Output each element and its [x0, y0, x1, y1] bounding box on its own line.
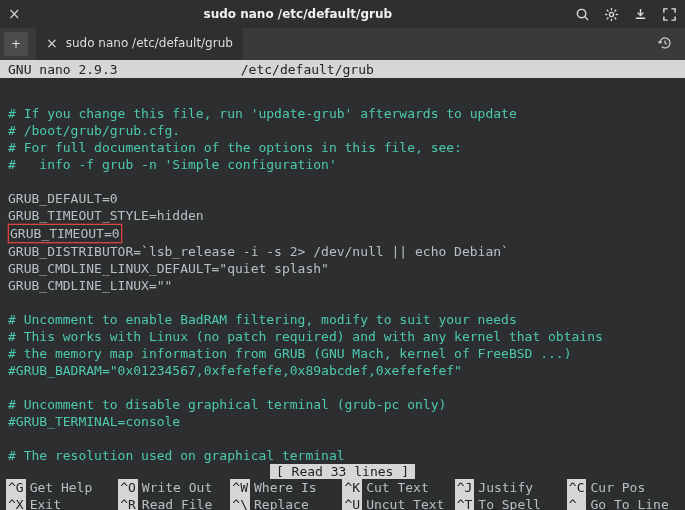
shortcut-write-out: ^OWrite Out [118, 479, 230, 496]
nano-filename: /etc/default/grub [241, 62, 374, 77]
shortcut-where-is: ^WWhere Is [230, 479, 342, 496]
config-line: GRUB_DEFAULT=0 [8, 191, 118, 206]
comment-line: #GRUB_BADRAM="0x01234567,0xfefefefe,0x89… [8, 363, 462, 378]
config-line: GRUB_DISTRIBUTOR=`lsb_release -i -s 2> /… [8, 244, 509, 259]
comment-line: # the memory map information from GRUB (… [8, 346, 572, 361]
comment-line: # Uncomment to enable BadRAM filtering, … [8, 312, 517, 327]
svg-line-7 [607, 9, 609, 11]
comment-line: # Uncomment to disable graphical termina… [8, 397, 446, 412]
shortcut-to-spell: ^TTo Spell [455, 496, 567, 510]
shortcut-justify: ^JJustify [455, 479, 567, 496]
tab-close-icon[interactable]: × [46, 35, 58, 51]
editor-content[interactable]: # If you change this file, run 'update-g… [0, 88, 685, 464]
svg-point-0 [577, 9, 585, 17]
svg-line-1 [585, 16, 588, 19]
comment-line: # If you change this file, run 'update-g… [8, 106, 517, 121]
editor[interactable]: GNU nano 2.9.3 /etc/default/grub # If yo… [0, 60, 685, 510]
shortcut-uncut-text: ^UUncut Text [342, 496, 454, 510]
history-icon[interactable] [657, 40, 673, 54]
nano-statusbar: [ Read 33 lines ] [0, 464, 685, 479]
shortcut-go-to-line: ^_Go To Line [567, 496, 679, 510]
shortcut-replace: ^\Replace [230, 496, 342, 510]
comment-line: #GRUB_TERMINAL=console [8, 414, 180, 429]
new-tab-button[interactable]: + [4, 32, 28, 56]
nano-shortcuts: ^GGet Help ^OWrite Out ^WWhere Is ^KCut … [0, 479, 685, 510]
shortcut-read-file: ^RRead File [118, 496, 230, 510]
search-icon[interactable] [575, 7, 590, 22]
config-line: GRUB_CMDLINE_LINUX="" [8, 278, 172, 293]
config-line: GRUB_CMDLINE_LINUX_DEFAULT="quiet splash… [8, 261, 329, 276]
tab-active[interactable]: × sudo nano /etc/default/grub [36, 28, 243, 60]
nano-titlebar: GNU nano 2.9.3 /etc/default/grub [0, 60, 685, 78]
close-icon[interactable]: × [8, 5, 21, 23]
config-line: GRUB_TIMEOUT_STYLE=hidden [8, 208, 204, 223]
shortcut-exit: ^XExit [6, 496, 118, 510]
svg-line-9 [607, 17, 609, 19]
shortcut-cur-pos: ^CCur Pos [567, 479, 679, 496]
comment-line: # /boot/grub/grub.cfg. [8, 123, 180, 138]
window-title: sudo nano /etc/default/grub [204, 7, 393, 21]
nano-version: GNU nano 2.9.3 [8, 62, 118, 77]
comment-line: # The resolution used on graphical termi… [8, 448, 345, 463]
download-icon[interactable] [633, 7, 648, 22]
fullscreen-icon[interactable] [662, 7, 677, 22]
comment-line: # info -f grub -n 'Simple configuration' [8, 157, 337, 172]
tab-bar: + × sudo nano /etc/default/grub [0, 28, 685, 60]
config-line-highlighted: GRUB_TIMEOUT=0 [8, 224, 122, 243]
comment-line: # This works with Linux (no patch requir… [8, 329, 603, 344]
window-titlebar: × sudo nano /etc/default/grub [0, 0, 685, 28]
svg-point-2 [609, 12, 613, 16]
comment-line: # For full documentation of the options … [8, 140, 462, 155]
shortcut-cut-text: ^KCut Text [342, 479, 454, 496]
gear-icon[interactable] [604, 7, 619, 22]
svg-line-10 [614, 9, 616, 11]
tab-label: sudo nano /etc/default/grub [66, 36, 233, 50]
shortcut-get-help: ^GGet Help [6, 479, 118, 496]
svg-line-8 [614, 17, 616, 19]
